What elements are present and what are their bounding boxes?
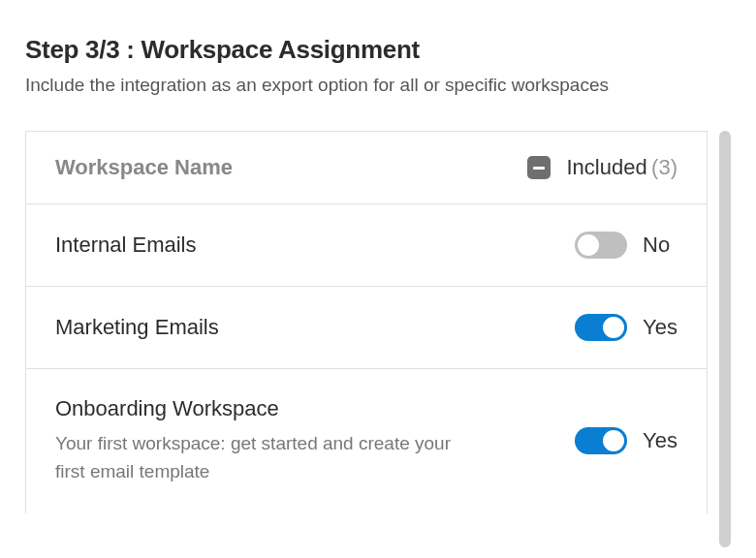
include-toggle[interactable] bbox=[575, 427, 627, 454]
toggle-state-label: Yes bbox=[643, 315, 677, 340]
workspace-name: Internal Emails bbox=[55, 232, 555, 258]
toggle-cell: Yes bbox=[575, 427, 677, 454]
workspace-description: Your first workspace: get started and cr… bbox=[55, 429, 482, 486]
table-row: Internal Emails No bbox=[26, 204, 707, 287]
workspace-name: Onboarding Workspace bbox=[55, 396, 555, 421]
row-text: Onboarding Workspace Your first workspac… bbox=[55, 396, 575, 486]
column-header-name: Workspace Name bbox=[55, 155, 233, 180]
included-label: Included bbox=[566, 155, 646, 179]
table-row: Onboarding Workspace Your first workspac… bbox=[26, 369, 707, 513]
toggle-state-label: No bbox=[643, 232, 677, 258]
table-row: Marketing Emails Yes bbox=[26, 287, 707, 369]
step-header: Step 3/3 : Workspace Assignment Include … bbox=[25, 35, 731, 96]
toggle-knob bbox=[603, 430, 624, 451]
toggle-cell: No bbox=[575, 232, 677, 259]
select-all-checkbox-indeterminate[interactable] bbox=[527, 156, 551, 179]
workspace-table-wrapper: Workspace Name Included (3) Internal Ema… bbox=[25, 131, 731, 513]
workspace-name: Marketing Emails bbox=[55, 315, 555, 340]
included-header-cell: Included (3) bbox=[527, 155, 677, 180]
toggle-knob bbox=[603, 317, 624, 338]
vertical-scrollbar[interactable] bbox=[719, 131, 731, 547]
step-subtitle: Include the integration as an export opt… bbox=[25, 75, 731, 96]
toggle-cell: Yes bbox=[575, 314, 677, 341]
include-toggle[interactable] bbox=[575, 314, 627, 341]
toggle-state-label: Yes bbox=[643, 428, 677, 453]
toggle-knob bbox=[578, 234, 599, 256]
step-title: Step 3/3 : Workspace Assignment bbox=[25, 35, 731, 65]
row-text: Marketing Emails bbox=[55, 315, 575, 340]
included-label-wrapper: Included (3) bbox=[566, 155, 677, 180]
included-count: (3) bbox=[651, 155, 677, 179]
table-header-row: Workspace Name Included (3) bbox=[26, 132, 707, 204]
workspace-table: Workspace Name Included (3) Internal Ema… bbox=[25, 131, 708, 513]
row-text: Internal Emails bbox=[55, 232, 575, 258]
include-toggle[interactable] bbox=[575, 232, 627, 259]
